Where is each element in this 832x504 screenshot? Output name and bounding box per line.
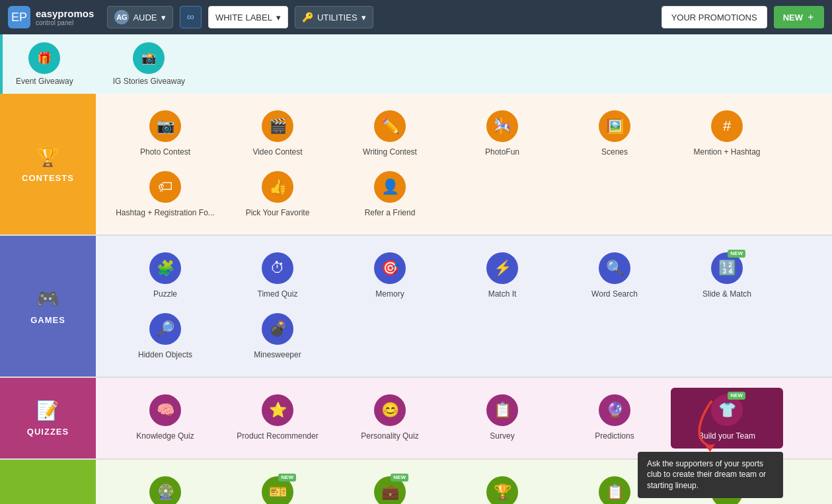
- hidden-objects-icon: 🔎: [149, 313, 181, 345]
- distribute-coupons-icon: 📋: [599, 476, 630, 504]
- slide-match-tile[interactable]: 🔢 NEW Slide & Match: [671, 246, 783, 306]
- hidden-objects-tile[interactable]: 🔎 Hidden Objects: [109, 306, 221, 367]
- hidden-objects-label: Hidden Objects: [138, 350, 192, 361]
- puzzle-label: Puzzle: [153, 289, 177, 300]
- instant-win-tile[interactable]: 🏆 Instant Win: [446, 470, 558, 504]
- your-promotions-button[interactable]: YOUR PROMOTIONS: [662, 6, 767, 28]
- ig-stories-icon: 📸: [133, 42, 165, 74]
- minesweeper-label: Minesweeper: [254, 350, 301, 361]
- refer-friend-label: Refer a Friend: [365, 208, 416, 219]
- user-button[interactable]: AG AUDE ▾: [107, 6, 172, 28]
- games-label: 🎮 GAMES: [0, 236, 96, 377]
- predictions-label: Predictions: [595, 431, 634, 442]
- timed-quiz-tile[interactable]: ⏱ Timed Quiz: [221, 246, 334, 306]
- logo: EP easypromos control panel: [8, 6, 94, 28]
- hashtag-reg-label: Hashtag + Registration Fo...: [116, 208, 215, 219]
- quizzes-section: 📝 QUIZZES 🧠 Knowledge Quiz ⭐ Product Rec…: [0, 378, 832, 460]
- photofun-tile[interactable]: 🎠 PhotoFun: [446, 104, 558, 164]
- writing-contest-tile[interactable]: ✏️ Writing Contest: [334, 104, 446, 164]
- event-giveaway-label: Event Giveaway: [16, 77, 73, 86]
- word-search-tile[interactable]: 🔍 Word Search: [558, 246, 671, 306]
- survey-label: Survey: [490, 431, 514, 442]
- product-recommender-tile[interactable]: ⭐ Product Recommender: [221, 388, 334, 449]
- new-button[interactable]: NEW ＋: [774, 6, 824, 28]
- logo-icon: EP: [8, 6, 30, 28]
- prizes-label: 🎁 INSTANT PRIZES: [0, 460, 96, 504]
- match-it-tile[interactable]: ⚡ Match It: [446, 246, 558, 306]
- mention-hashtag-label: Mention + Hashtag: [693, 147, 760, 158]
- ig-stories-label: IG Stories Giveaway: [113, 77, 185, 86]
- scratch-win-tile[interactable]: 🎫 NEW Scratch & Win: [221, 470, 334, 504]
- new-badge-build-team: NEW: [728, 392, 745, 400]
- knowledge-quiz-tile[interactable]: 🧠 Knowledge Quiz: [109, 388, 221, 449]
- hashtag-reg-tile[interactable]: 🏷 Hashtag + Registration Fo...: [109, 164, 221, 225]
- build-team-icon: 👕 NEW: [711, 394, 743, 426]
- refer-friend-icon: 👤: [374, 171, 406, 203]
- white-label-button[interactable]: WHITE LABEL ▾: [208, 6, 288, 28]
- memory-tile[interactable]: 🎯 Memory: [334, 246, 446, 306]
- logo-name: easypromos: [36, 8, 94, 19]
- photo-contest-label: Photo Contest: [140, 147, 190, 158]
- new-badge-scratch: NEW: [278, 474, 296, 482]
- quizzes-items: 🧠 Knowledge Quiz ⭐ Product Recommender 😊…: [96, 378, 832, 458]
- utilities-label: UTILITIES: [317, 13, 358, 22]
- slide-match-icon: 🔢 NEW: [711, 252, 743, 284]
- key-icon: 🔑: [302, 12, 313, 22]
- writing-contest-icon: ✏️: [374, 110, 406, 142]
- mention-hashtag-tile[interactable]: # Mention + Hashtag: [671, 104, 783, 164]
- video-contest-tile[interactable]: 🎬 Video Contest: [221, 104, 334, 164]
- hashtag-reg-icon: 🏷: [149, 171, 181, 203]
- build-team-tile[interactable]: 👕 NEW Build your Team Ask the supporters…: [671, 388, 783, 449]
- minesweeper-tile[interactable]: 💣 Minesweeper: [221, 306, 334, 367]
- puzzle-tile[interactable]: 🧩 Puzzle: [109, 246, 221, 306]
- quizzes-label: 📝 QUIZZES: [0, 378, 96, 458]
- contests-label: 🏆 CONTESTS: [0, 94, 96, 234]
- predictions-icon: 🔮: [599, 394, 630, 426]
- timed-quiz-icon: ⏱: [262, 252, 293, 284]
- spin-wheel-tile[interactable]: 🎡 Spin the Wheel: [109, 470, 221, 504]
- scenes-tile[interactable]: 🖼️ Scenes: [558, 104, 671, 164]
- puzzle-icon: 🧩: [149, 252, 181, 284]
- white-label-label: WHITE LABEL: [215, 13, 272, 22]
- new-label: NEW: [783, 13, 803, 22]
- build-team-label: Build your Team: [699, 431, 755, 442]
- photo-contest-icon: 📷: [149, 110, 181, 142]
- header: EP easypromos control panel AG AUDE ▾ ∞ …: [0, 0, 832, 34]
- photo-contest-tile[interactable]: 📷 Photo Contest: [109, 104, 221, 164]
- timed-quiz-label: Timed Quiz: [258, 289, 298, 300]
- video-contest-label: Video Contest: [252, 147, 302, 158]
- event-giveaway-item[interactable]: 🎁 Event Giveaway: [16, 42, 73, 86]
- video-contest-icon: 🎬: [262, 110, 293, 142]
- word-search-label: Word Search: [591, 289, 638, 300]
- personality-quiz-icon: 😊: [374, 394, 406, 426]
- pick-favorite-tile[interactable]: 👍 Pick Your Favorite: [221, 164, 334, 225]
- survey-icon: 📋: [486, 394, 518, 426]
- refer-friend-tile[interactable]: 👤 Refer a Friend: [334, 164, 446, 225]
- predictions-tile[interactable]: 🔮 Predictions: [558, 388, 671, 449]
- scenes-label: Scenes: [601, 147, 628, 158]
- photofun-label: PhotoFun: [485, 147, 519, 158]
- plus-icon: ＋: [806, 11, 815, 23]
- utilities-button[interactable]: 🔑 UTILITIES ▾: [295, 6, 373, 28]
- ig-stories-item[interactable]: 📸 IG Stories Giveaway: [113, 42, 185, 86]
- knowledge-quiz-icon: 🧠: [149, 394, 181, 426]
- memory-label: Memory: [375, 289, 404, 300]
- chevron-down-icon: ▾: [361, 13, 366, 22]
- minesweeper-icon: 💣: [262, 313, 293, 345]
- personality-quiz-tile[interactable]: 😊 Personality Quiz: [334, 388, 446, 449]
- pick-favorite-icon: 👍: [262, 171, 293, 203]
- memory-icon: 🎯: [374, 252, 406, 284]
- infinity-button[interactable]: ∞: [180, 6, 202, 28]
- contests-text: CONTESTS: [22, 173, 74, 183]
- new-badge: NEW: [728, 250, 745, 258]
- slide-match-label: Slide & Match: [702, 289, 751, 300]
- event-giveaway-icon: 🎁: [28, 42, 60, 74]
- spin-wheel-icon: 🎡: [149, 476, 181, 504]
- giveaway-row: 🎁 Event Giveaway 📸 IG Stories Giveaway: [0, 34, 832, 94]
- chevron-down-icon: ▾: [276, 13, 281, 22]
- reveal-win-tile[interactable]: 💼 NEW Reveal & Win: [334, 470, 446, 504]
- scenes-icon: 🖼️: [599, 110, 630, 142]
- instant-win-icon: 🏆: [486, 476, 518, 504]
- games-text: GAMES: [30, 315, 65, 325]
- survey-tile[interactable]: 📋 Survey: [446, 388, 558, 449]
